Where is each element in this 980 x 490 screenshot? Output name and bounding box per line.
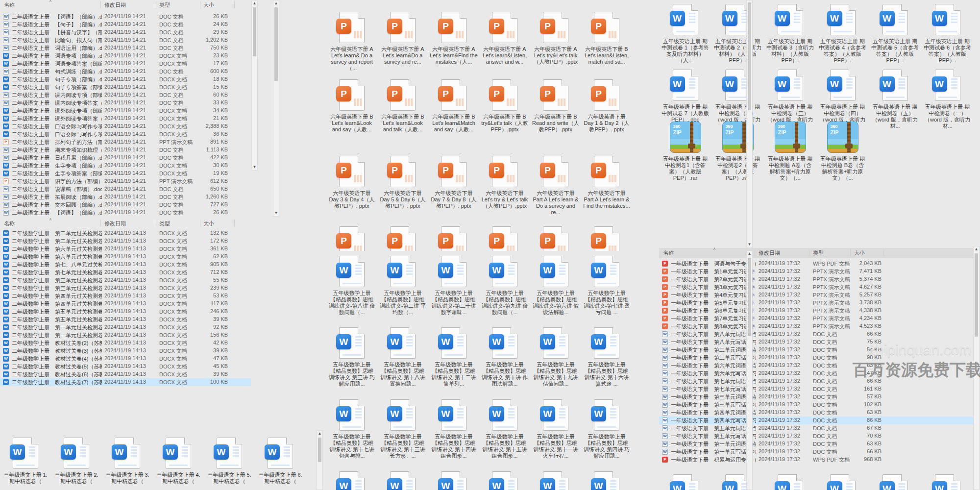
file-icon-item[interactable] (581, 471, 632, 490)
column-header-size[interactable]: 大小 (203, 220, 214, 227)
file-row[interactable]: 一年级语文下册 第5单元复习课件（部... 2024/11/19 17:32 P… (659, 299, 977, 307)
file-row[interactable]: 一年级语文下册 第八单元词语盘点（部... 2024/11/19 17:32 D… (659, 330, 977, 338)
file-icon-item[interactable]: 五年级英语上册 期中测试卷 7（人教版PEP）. doc (659, 70, 711, 129)
file-icon-item[interactable]: 五年级数学上册【精品奥数】思维训练讲义-第十二讲 简单列... (428, 327, 479, 387)
file-icon-item[interactable]: 五年级数学上册【精品奥数】思维训练讲义-第十五讲 组合图形... (479, 399, 530, 459)
file-icon-item[interactable]: 六年级英语下册 Part A Let's learn & Do a survey… (530, 156, 581, 216)
column-header-name[interactable]: 名称 (4, 1, 15, 9)
file-row[interactable]: 一年级语文下册 第6单元复习课件（部... 2024/11/19 17:32 P… (659, 307, 977, 315)
file-row[interactable]: 一年级语文下册 第2单元复习课件（部... 2024/11/19 17:32 P… (659, 275, 977, 283)
scrollbar-thumb[interactable] (318, 438, 321, 462)
scrollbar-thumb[interactable] (975, 253, 978, 337)
file-icon-item[interactable]: 五年级英语上册 期中测试卷 5（含参考答案）（人教版PEP）. (869, 4, 921, 64)
file-icon-item[interactable]: 六年级英语下册 A Let's learn&Do a survey and re… (377, 12, 428, 72)
file-row[interactable]: 二年级语文上册 日积月累（部编）.doc 2024/11/19 14:21 DO… (0, 154, 251, 162)
file-icon-item[interactable]: 三年级语文上册 4.期中精选卷（ (153, 438, 204, 485)
file-icon-item[interactable] (377, 471, 428, 490)
file-icon-item[interactable]: 三年级语文上册 6.期中精选卷（ (255, 438, 306, 485)
file-row[interactable]: 二年级语文上册 文本回顾（部编）.doc 2024/11/19 14:21 DO… (0, 201, 251, 209)
column-header-size[interactable]: 大小 (203, 1, 214, 9)
file-row[interactable]: 二年级数学上册 第六单元过关检测卷2... 2024/11/19 14:13 D… (0, 253, 251, 261)
file-row[interactable]: 二年级语文上册 生字专项答案（部编... 2024/11/19 14:21 DO… (0, 170, 251, 177)
column-header-type[interactable]: 类型 (813, 249, 824, 257)
file-row[interactable]: 一年级语文下册 第一单元写话练习（部... 2024/11/19 17:32 D… (659, 448, 977, 456)
file-icon-item[interactable]: 五年级数学上册【精品奥数】思维训练讲义-第十四讲 组合图形... (428, 399, 479, 459)
file-row[interactable]: 二年级数学上册 第二单元过关检测卷1... 2024/11/19 14:13 D… (0, 229, 251, 237)
file-icon-item[interactable]: 三年级语文上册 1.期中精选卷（ (0, 438, 51, 485)
file-icon-item[interactable]: 五年级数学上册【精品奥数】思维训练讲义-第十讲 作图法解题... (479, 327, 530, 387)
file-row[interactable]: 二年级语文上册 口语交际与写作专项... 2024/11/19 14:21 DO… (0, 130, 251, 138)
scrollbar-thumb[interactable] (748, 2, 751, 110)
file-icon-item[interactable]: 六年级英语下册 Day 1 & Day 2（人教PEP）. pptx (581, 79, 632, 133)
file-icon-item[interactable]: 六年级英语下册 Day 3 & Day 4（人教PEP）. pptx (326, 156, 377, 216)
file-icon-item[interactable] (764, 474, 816, 490)
file-row[interactable]: 二年级数学上册 第五单元过关检测卷2... 2024/11/19 14:13 D… (0, 316, 251, 323)
file-icon-item[interactable]: 六年级英语下册 Day 7 & Day 8（人教PEP）. pptx (428, 156, 479, 216)
file-row[interactable]: 二年级数学上册 第一单元过关检测卷2... 2024/11/19 14:13 D… (0, 331, 251, 339)
file-icon-item[interactable] (921, 474, 974, 490)
file-icon-item[interactable]: 六年级英语下册 Part A Let's learn & Find the mi… (581, 156, 632, 216)
file-row[interactable]: 一年级语文下册 词语与句子专项（部编... 2024/11/19 17:32 W… (659, 260, 977, 268)
file-row[interactable]: 二年级语文上册 比喻句、拟人句（部... 2024/11/19 14:21 DO… (0, 36, 251, 44)
file-row[interactable]: 二年级语文上册 句子专项（部编）.do... 2024/11/19 14:21 … (0, 75, 251, 83)
file-row[interactable]: 二年级语文上册 【词语】（部编）.doc 2024/11/19 14:21 DO… (0, 13, 251, 21)
file-icon-item[interactable] (428, 471, 479, 490)
file-row[interactable]: 二年级数学上册 第七单元过关检测卷... 2024/11/19 14:13 DO… (0, 269, 251, 276)
file-icon-item[interactable]: 五年级英语上册 期中测试卷 3（含听力材料）（人教版PEP）. (764, 4, 816, 64)
file-icon-item[interactable]: 五年级数学上册【精品奥数】思维训练讲义-第九讲 倍数问题（... (479, 256, 530, 316)
file-row[interactable]: 二年级语文上册 口语交际与写作专项... 2024/11/19 14:21 DO… (0, 122, 251, 130)
scrollbar-left-window[interactable]: ▲ ▼ (273, 0, 279, 217)
file-icon-item[interactable]: 五年级数学上册【精品奥数】思维训练讲义-第八讲 倍数问题（... (326, 256, 377, 316)
column-header-type[interactable]: 类型 (159, 1, 170, 9)
file-icon-item[interactable] (326, 226, 377, 251)
file-row[interactable]: 二年级语文上册 词语运用（部编）.doc 2024/11/19 14:21 DO… (0, 44, 251, 52)
file-row[interactable]: 一年级语文下册 第四单元词语盘点（部... 2024/11/19 17:32 D… (659, 409, 977, 416)
file-row[interactable]: 二年级数学上册 第七、八单元过关检... 2024/11/19 14:13 DO… (0, 261, 251, 269)
file-row[interactable]: 二年级语文上册 排列句子的方法（部... 2024/11/19 14:21 PP… (0, 138, 251, 146)
file-icon-item[interactable]: 五年级数学上册【精品奥数】思维训练讲义-第十一讲 火车行程... (530, 399, 581, 459)
file-icon-item[interactable]: 五年级英语上册 期中测试卷 2（含听力材料）（人教版PEP）. (711, 4, 764, 64)
file-row[interactable]: 二年级数学上册 第二单元过关检测卷2... 2024/11/19 14:13 D… (0, 237, 251, 245)
file-row[interactable]: 二年级语文上册 【拼音与汉字】（部... 2024/11/19 14:21 DO… (0, 28, 251, 36)
file-row[interactable]: 二年级数学上册 教材过关卷(7)（苏教... 2024/11/19 14:13 … (0, 378, 251, 386)
file-icon-item[interactable]: 六年级英语下册 B Read and write（人教PEP）.pptx (530, 79, 581, 133)
file-icon-item[interactable]: 五年级英语上册 期中检测卷（五）（word 版，含听力材... (869, 70, 921, 129)
file-icon-item[interactable] (479, 226, 530, 251)
column-header-date[interactable]: 修改日期 (104, 1, 126, 9)
file-row[interactable]: 一年级语文下册 第四单元写话练习（部... 2024/11/19 17:32 D… (659, 416, 977, 424)
file-row[interactable]: 二年级数学上册 第三单元过关检测卷1... 2024/11/19 14:13 D… (0, 276, 251, 284)
file-row[interactable]: 二年级语文上册 【词语】（部编）.doc 2024/11/19 14:21 DO… (0, 209, 251, 217)
file-icon-item[interactable]: 五年级数学上册【精品奥数】思维训练讲义-第十三讲 长方形、... (377, 399, 428, 459)
file-row[interactable]: 二年级语文上册 期末专项知识梳理（... 2024/11/19 14:21 DO… (0, 146, 251, 154)
file-icon-item[interactable]: 五年级英语上册 期中检测卷（四）（word 版，含听力材... (816, 70, 869, 129)
column-header-type[interactable]: 类型 (159, 220, 170, 227)
file-icon-item[interactable]: 六年级英语下册 A Let's learn& Do a survey and r… (326, 12, 377, 72)
file-icon-item[interactable]: 五年级数学上册【精品奥数】思维训练讲义-第十七讲 包含与排... (326, 399, 377, 459)
file-row[interactable]: 一年级语文下册 第1单元复习课件（部... 2024/11/19 17:32 P… (659, 268, 977, 275)
file-icon-item[interactable]: 五年级英语上册 期中检测题 B卷（含解析答案+听力原文）（... (816, 122, 869, 181)
scroll-up-icon[interactable]: ▲ (252, 0, 257, 6)
file-row[interactable]: 二年级语文上册 识字的方法（部编）.... 2024/11/19 14:21 P… (0, 177, 251, 185)
file-icon-item[interactable]: 五年级英语上册 期中检测卷（三）（word 版，含听力材... (764, 70, 816, 129)
file-icon-item[interactable]: 五年级英语上册 期中测试卷 1（参考答案及听力材料）（人... (659, 4, 711, 64)
file-icon-item[interactable]: 六年级英语下册 B Let's learn&Match and say（人教..… (428, 79, 479, 133)
file-icon-item[interactable]: 六年级英语下册 B try&Let's talk（人教PEP）.pptx (479, 79, 530, 133)
file-icon-item[interactable]: 六年级英语下册 A Let's try&Let's talk（人教PEP）.pp… (530, 12, 581, 72)
file-icon-item[interactable]: 五年级数学上册【精品奥数】思维训练讲义-第三讲 巧解应用题... (326, 327, 377, 387)
file-row[interactable]: 一年级语文下册 第4单元复习课件（部... 2024/11/19 17:32 P… (659, 291, 977, 299)
scroll-down-icon[interactable]: ▼ (273, 210, 279, 216)
file-icon-item[interactable]: 六年级英语下册 B Let's learn&Look and talk（人教..… (377, 79, 428, 133)
column-header-size[interactable]: 大小 (854, 249, 865, 257)
file-row[interactable]: 二年级语文上册 课外阅读专项答案（... 2024/11/19 14:21 DO… (0, 115, 251, 122)
scrollbar-left-list[interactable]: ▲ ▼ (251, 0, 258, 171)
scroll-down-icon[interactable]: ▼ (747, 242, 752, 247)
file-icon-item[interactable]: 六年级英语下册 Let's try & Let's talk（人教PEP）.pp… (479, 156, 530, 216)
file-icon-item[interactable]: 五年级数学上册【精品奥数】思维训练讲义-第七讲 盈亏问题 ... (581, 256, 632, 316)
file-icon-item[interactable] (581, 226, 632, 251)
file-icon-item[interactable]: 六年级英语下册 A Let's learn&Find the mistakes（… (428, 12, 479, 72)
file-row[interactable]: 一年级语文下册 第一单元词语盘点（部... 2024/11/19 17:32 D… (659, 440, 977, 448)
file-icon-item[interactable]: 六年级英语下册 B Let's learn&Listen, match and … (581, 12, 632, 72)
file-row[interactable]: 一年级语文下册 第8单元复习课件（部... 2024/11/19 17:32 P… (659, 322, 977, 330)
file-row[interactable]: 一年级语文下册 第三单元写话练习（部... 2024/11/19 17:32 D… (659, 401, 977, 409)
file-icon-item[interactable]: 五年级数学上册【精品奥数】思维训练讲义-第十八讲 置换问题... (377, 327, 428, 387)
